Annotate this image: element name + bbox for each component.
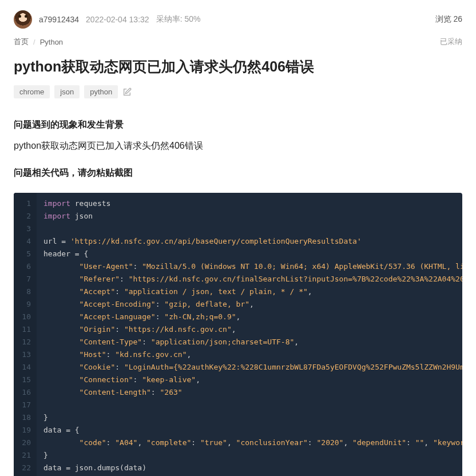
code-block: 123456789101112131415161718192021222324 …: [14, 193, 462, 476]
tag-json[interactable]: json: [54, 85, 80, 98]
breadcrumb-sep: /: [33, 38, 35, 46]
avatar[interactable]: [14, 10, 32, 29]
accept-rate: 采纳率: 50%: [156, 14, 201, 25]
question-header: a79912434 2022-02-04 13:32 采纳率: 50% 浏览 2…: [0, 0, 476, 34]
tag-list: chrome json python: [0, 85, 476, 109]
accepted-status: 已采纳: [440, 37, 462, 47]
line-num: 1: [18, 197, 31, 210]
tag-chrome[interactable]: chrome: [14, 85, 50, 98]
question-title: python获取动态网页已加入请求头仍然406错误: [0, 51, 476, 85]
code-source[interactable]: import requests import json url = 'https…: [37, 193, 462, 476]
section-heading-background: 问题遇到的现象和发生背景: [0, 114, 476, 136]
section-heading-code: 问题相关代码，请勿粘贴截图: [0, 162, 476, 184]
edit-tags-icon[interactable]: [122, 88, 132, 97]
line-gutter: 123456789101112131415161718192021222324: [14, 193, 37, 476]
breadcrumb: 首页 / Python 已采纳: [0, 34, 476, 51]
tag-python[interactable]: python: [84, 85, 118, 98]
view-count: 浏览 26: [435, 14, 462, 25]
username[interactable]: a79912434: [39, 15, 79, 24]
breadcrumb-home[interactable]: 首页: [14, 37, 29, 47]
breadcrumb-category[interactable]: Python: [40, 38, 63, 46]
problem-description: python获取动态网页已加入请求头仍然406错误: [0, 136, 476, 157]
post-datetime: 2022-02-04 13:32: [86, 15, 149, 24]
